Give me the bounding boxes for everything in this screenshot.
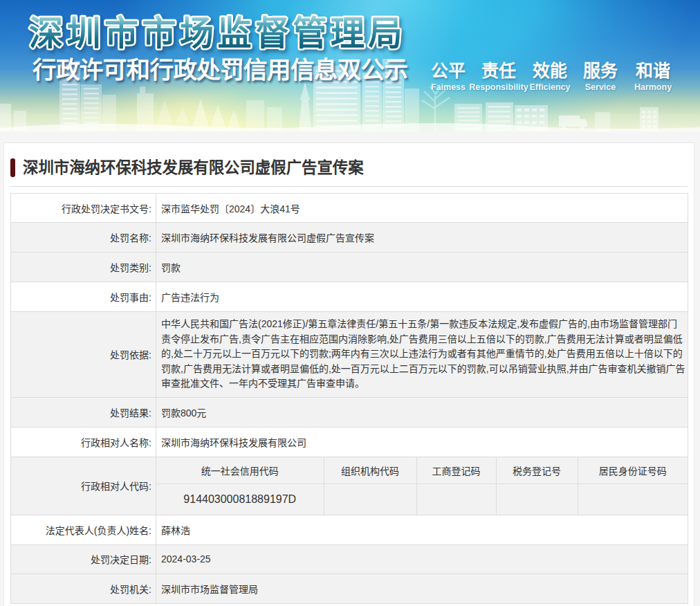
svg-text:深圳市市场监督管理局: 深圳市市场监督管理局 xyxy=(29,15,406,52)
